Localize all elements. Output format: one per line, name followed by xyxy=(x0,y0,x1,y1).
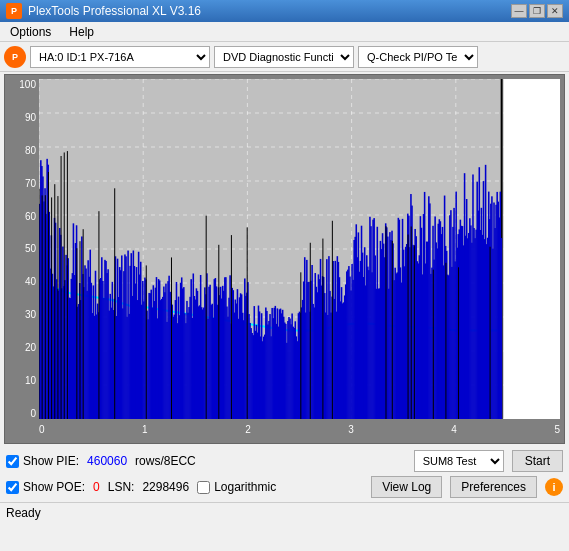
title-bar-controls: — ❐ ✕ xyxy=(511,4,563,18)
menu-bar: Options Help xyxy=(0,22,569,42)
logarithmic-label: Logarithmic xyxy=(214,480,276,494)
toolbar: P HA:0 ID:1 PX-716A DVD Diagnostic Funct… xyxy=(0,42,569,72)
chart-canvas-wrapper xyxy=(39,79,560,419)
lsn-value: 2298496 xyxy=(142,480,189,494)
function-select[interactable]: DVD Diagnostic Functions xyxy=(214,46,354,68)
x-axis: 0 1 2 3 4 5 xyxy=(39,419,560,439)
restore-button[interactable]: ❐ xyxy=(529,4,545,18)
control-row-1: Show PIE: 460060 rows/8ECC SUM8 Test SUM… xyxy=(6,450,563,472)
window-title: PlexTools Professional XL V3.16 xyxy=(28,4,201,18)
test-select[interactable]: Q-Check PI/PO Test xyxy=(358,46,478,68)
logarithmic-checkbox-label[interactable]: Logarithmic xyxy=(197,480,276,494)
status-bar: Ready xyxy=(0,502,569,522)
y-axis: 100 90 80 70 60 50 40 30 20 10 0 xyxy=(9,79,39,419)
show-poe-label: Show POE: xyxy=(23,480,85,494)
menu-options[interactable]: Options xyxy=(4,23,57,41)
bottom-controls: Show PIE: 460060 rows/8ECC SUM8 Test SUM… xyxy=(0,446,569,502)
drive-select[interactable]: HA:0 ID:1 PX-716A xyxy=(30,46,210,68)
logarithmic-checkbox[interactable] xyxy=(197,481,210,494)
preferences-button[interactable]: Preferences xyxy=(450,476,537,498)
poe-value: 0 xyxy=(93,480,100,494)
show-poe-checkbox-label[interactable]: Show POE: xyxy=(6,480,85,494)
title-bar-left: P PlexTools Professional XL V3.16 xyxy=(6,3,201,19)
start-button[interactable]: Start xyxy=(512,450,563,472)
status-text: Ready xyxy=(6,506,41,520)
pie-value: 460060 xyxy=(87,454,127,468)
view-log-button[interactable]: View Log xyxy=(371,476,442,498)
title-bar: P PlexTools Professional XL V3.16 — ❐ ✕ xyxy=(0,0,569,22)
menu-help[interactable]: Help xyxy=(63,23,100,41)
rows-label: rows/8ECC xyxy=(135,454,196,468)
show-pie-checkbox-label[interactable]: Show PIE: xyxy=(6,454,79,468)
sum8-select[interactable]: SUM8 Test SUM1 Test xyxy=(414,450,504,472)
chart-area: 100 90 80 70 60 50 40 30 20 10 0 0 1 2 3… xyxy=(4,74,565,444)
show-pie-label: Show PIE: xyxy=(23,454,79,468)
app-icon: P xyxy=(6,3,22,19)
drive-icon: P xyxy=(4,46,26,68)
close-button[interactable]: ✕ xyxy=(547,4,563,18)
control-row-2: Show POE: 0 LSN: 2298496 Logarithmic Vie… xyxy=(6,476,563,498)
chart-inner: 100 90 80 70 60 50 40 30 20 10 0 0 1 2 3… xyxy=(9,79,560,439)
lsn-label: LSN: xyxy=(108,480,135,494)
minimize-button[interactable]: — xyxy=(511,4,527,18)
chart-canvas xyxy=(39,79,560,419)
info-icon[interactable]: i xyxy=(545,478,563,496)
show-pie-checkbox[interactable] xyxy=(6,455,19,468)
show-poe-checkbox[interactable] xyxy=(6,481,19,494)
